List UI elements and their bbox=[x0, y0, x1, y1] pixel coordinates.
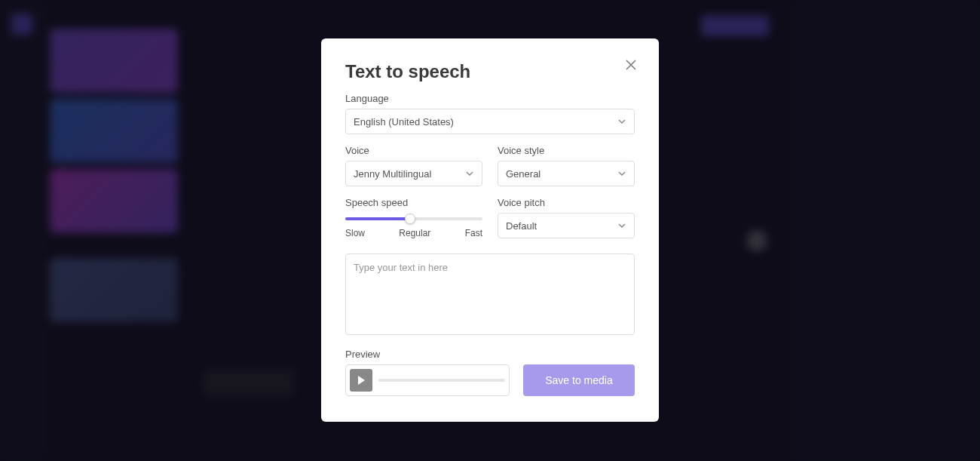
preview-player bbox=[345, 364, 510, 396]
voice-pitch-value: Default bbox=[506, 220, 537, 232]
language-label: Language bbox=[345, 93, 635, 104]
save-to-media-button[interactable]: Save to media bbox=[523, 364, 635, 396]
language-select[interactable]: English (United States) bbox=[345, 109, 635, 134]
close-button[interactable] bbox=[626, 60, 639, 73]
chevron-down-icon bbox=[617, 169, 626, 178]
text-input[interactable] bbox=[345, 254, 635, 335]
chevron-down-icon bbox=[465, 169, 474, 178]
chevron-down-icon bbox=[617, 221, 626, 230]
preview-label: Preview bbox=[345, 349, 635, 360]
speed-mark-slow: Slow bbox=[345, 228, 365, 238]
voice-pitch-label: Voice pitch bbox=[498, 197, 635, 208]
speech-speed-label: Speech speed bbox=[345, 197, 482, 208]
play-button[interactable] bbox=[350, 369, 372, 392]
voice-style-label: Voice style bbox=[498, 145, 635, 156]
close-icon bbox=[626, 60, 636, 70]
speed-mark-regular: Regular bbox=[399, 228, 430, 238]
slider-thumb[interactable] bbox=[405, 214, 415, 224]
voice-label: Voice bbox=[345, 145, 482, 156]
chevron-down-icon bbox=[617, 117, 626, 126]
modal-title: Text to speech bbox=[345, 61, 635, 82]
preview-progress[interactable] bbox=[378, 379, 505, 382]
play-icon bbox=[355, 374, 367, 386]
voice-style-value: General bbox=[506, 168, 541, 180]
voice-style-select[interactable]: General bbox=[498, 161, 635, 186]
language-value: English (United States) bbox=[354, 116, 454, 128]
speed-mark-fast: Fast bbox=[465, 228, 482, 238]
voice-select[interactable]: Jenny Multilingual bbox=[345, 161, 482, 186]
voice-pitch-select[interactable]: Default bbox=[498, 213, 635, 238]
speech-speed-slider[interactable]: Slow Regular Fast bbox=[345, 213, 482, 243]
voice-value: Jenny Multilingual bbox=[354, 168, 431, 180]
text-to-speech-modal: Text to speech Language English (United … bbox=[321, 38, 659, 422]
